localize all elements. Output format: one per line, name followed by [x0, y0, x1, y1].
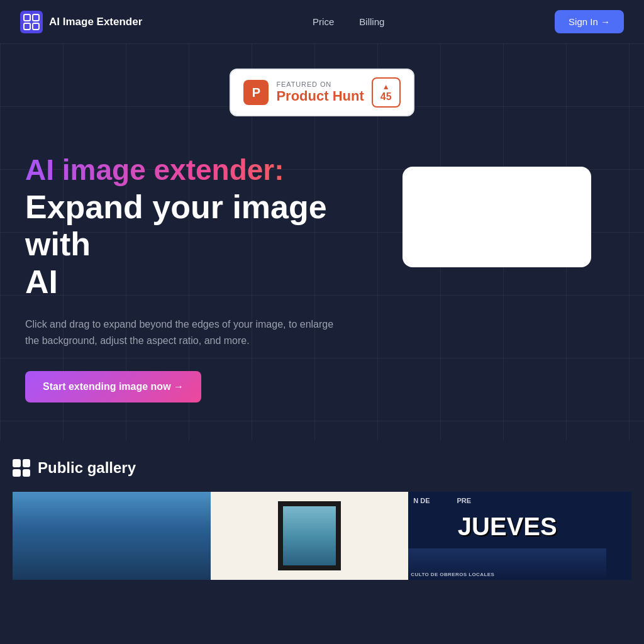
hero-right [402, 154, 591, 267]
hero-description: Click and drag to expand beyond the edge… [25, 316, 340, 348]
gallery-title: Public gallery [38, 459, 136, 477]
hero-content: AI image extender: Expand your image wit… [0, 135, 644, 440]
product-hunt-name: Product Hunt [276, 88, 364, 104]
product-hunt-featured-label: FEATURED ON [276, 80, 364, 88]
gallery-icon-cell-2 [23, 459, 31, 467]
product-hunt-logo: P [243, 80, 269, 105]
product-hunt-text: FEATURED ON Product Hunt [276, 80, 364, 104]
framed-image [278, 501, 341, 570]
product-hunt-wrapper: P FEATURED ON Product Hunt ▲ 45 [0, 43, 644, 135]
hero-title-white: Expand your image with AI [25, 189, 377, 301]
hero-title-line1: Expand your image with [25, 189, 327, 263]
product-hunt-votes: ▲ 45 [372, 77, 401, 108]
nav-price[interactable]: Price [313, 16, 334, 27]
cta-button[interactable]: Start extending image now → [25, 371, 201, 402]
hero-title-gradient: AI image extender: [25, 154, 377, 186]
preview-card [402, 167, 591, 267]
gallery-item-jueves[interactable]: N DE PRE JUEVES CULTO DE OBREROS LOCALES [408, 492, 606, 580]
hero-title-line2: AI [25, 264, 58, 300]
upvote-arrow-icon: ▲ [382, 82, 390, 91]
gallery-icon [13, 459, 30, 477]
hero-section: P FEATURED ON Product Hunt ▲ 45 AI image… [0, 43, 644, 440]
logo-text: AI Image Extender [49, 16, 142, 28]
hero-left: AI image extender: Expand your image wit… [25, 154, 377, 402]
gallery-item-framed[interactable] [211, 492, 409, 580]
gallery-grid: N DE PRE JUEVES CULTO DE OBREROS LOCALES [13, 492, 631, 580]
sign-in-button[interactable]: Sign In → [555, 10, 624, 33]
product-hunt-badge[interactable]: P FEATURED ON Product Hunt ▲ 45 [230, 69, 414, 116]
site-header: AI Image Extender Price Billing Sign In … [0, 0, 644, 43]
gallery-icon-cell-3 [13, 469, 21, 477]
gallery-icon-cell-4 [23, 469, 31, 477]
jueves-sub-text: CULTO DE OBREROS LOCALES [411, 572, 494, 577]
vote-count: 45 [380, 91, 392, 103]
gallery-item-ocean[interactable] [13, 492, 211, 580]
jueves-top-text: N DE PRE [408, 492, 606, 504]
logo-icon [20, 11, 43, 33]
gallery-section: Public gallery N DE PRE JUEVES CULTO DE … [0, 440, 644, 580]
svg-rect-0 [20, 11, 43, 33]
framed-inner [283, 506, 336, 565]
main-nav: Price Billing [313, 16, 384, 27]
gallery-icon-cell-1 [13, 459, 21, 467]
jueves-main-text: JUEVES [408, 515, 606, 538]
jueves-crowd: CULTO DE OBREROS LOCALES [408, 548, 606, 580]
nav-billing[interactable]: Billing [359, 16, 384, 27]
logo-area: AI Image Extender [20, 11, 142, 33]
gallery-item-partial [606, 492, 631, 580]
gallery-header: Public gallery [13, 459, 631, 477]
